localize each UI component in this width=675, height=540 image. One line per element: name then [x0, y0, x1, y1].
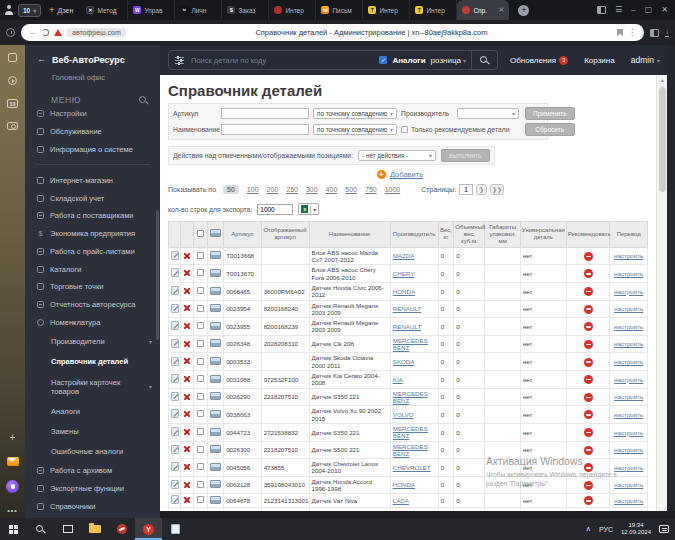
browser-tab[interactable]: Управ	[128, 0, 175, 20]
delete-icon[interactable]	[183, 322, 191, 330]
apply-button[interactable]: Применить	[525, 107, 575, 120]
sidebar-item[interactable]: Интернет-магазин	[25, 171, 160, 189]
edit-icon[interactable]	[171, 462, 179, 471]
manufacturer-link[interactable]: CHEVROLET	[393, 464, 431, 471]
sidebar-item[interactable]: Ошибочные аналоги	[25, 442, 160, 462]
not-recommended-icon[interactable]	[584, 393, 593, 402]
photo-icon[interactable]	[210, 480, 221, 488]
browser-tab[interactable]: Письм	[316, 0, 363, 20]
translation-configure-link[interactable]: настроить	[614, 446, 643, 453]
page-size-option[interactable]: 500	[345, 186, 357, 193]
translation-configure-link[interactable]: настроить	[614, 481, 643, 488]
file-explorer-button[interactable]	[81, 518, 108, 540]
page-size-option[interactable]: 50	[223, 185, 239, 194]
add-plus-icon[interactable]	[377, 170, 386, 179]
row-checkbox[interactable]	[197, 393, 204, 400]
task-view-button[interactable]	[54, 518, 81, 540]
sidebar-item[interactable]: Аналоги	[25, 401, 160, 421]
app-red-button[interactable]	[108, 518, 135, 540]
manufacturer-link[interactable]: KIA	[393, 376, 403, 383]
user-menu[interactable]: admin	[631, 55, 660, 65]
column-header-dimensions[interactable]: Габариты упаковки, мм	[485, 222, 520, 248]
column-header-sku[interactable]: Артикул	[224, 222, 261, 248]
taskbar-search-button[interactable]	[27, 518, 54, 540]
manufacturer-link[interactable]: MERCEDES BENZ	[393, 337, 428, 351]
delete-icon[interactable]	[183, 357, 191, 365]
edit-icon[interactable]	[171, 304, 179, 313]
translation-configure-link[interactable]: настроить	[614, 376, 643, 383]
delete-icon[interactable]	[183, 428, 191, 436]
only-recommended-checkbox[interactable]	[401, 126, 408, 133]
analogs-mode-select[interactable]: розница	[431, 56, 466, 65]
manufacturer-link[interactable]: HONDA	[393, 288, 415, 295]
not-recommended-icon[interactable]	[584, 287, 593, 296]
page-number-input[interactable]	[459, 184, 473, 195]
row-checkbox[interactable]	[197, 428, 204, 435]
screenshot-icon[interactable]	[7, 122, 18, 130]
translation-configure-link[interactable]: настроить	[614, 252, 643, 259]
tab-counter[interactable]: 10	[18, 4, 41, 17]
name-match-select[interactable]: по точному совпадению	[313, 124, 397, 135]
edit-icon[interactable]	[171, 321, 179, 330]
column-header-vol_weight[interactable]: Объемный вес, куб.м.	[454, 222, 485, 248]
browser-tab[interactable]: Интер	[410, 0, 457, 20]
photo-icon[interactable]	[210, 463, 221, 471]
bulk-action-select[interactable]: - нет действия -	[358, 150, 436, 161]
sidebar-back-icon[interactable]: ←	[37, 55, 46, 64]
kebab-menu-icon[interactable]: ⋮	[628, 28, 636, 37]
office-name[interactable]: Головной офис	[52, 73, 125, 82]
add-link[interactable]: Добавить	[390, 170, 423, 179]
maximize-button[interactable]: ▢	[645, 6, 653, 14]
mail-icon[interactable]	[7, 457, 19, 466]
browser-tab[interactable]: Метод	[81, 0, 128, 20]
sidebar-item[interactable]: Обслуживание	[25, 123, 160, 141]
delete-icon[interactable]	[183, 392, 191, 400]
last-page-button[interactable]: ❯❯	[490, 184, 504, 195]
manufacturer-link[interactable]: LADA	[393, 497, 409, 504]
photo-icon[interactable]	[210, 287, 221, 295]
sidebar-search-icon[interactable]	[139, 96, 148, 105]
manufacturer-select[interactable]	[457, 108, 519, 119]
analogs-checkbox[interactable]	[379, 56, 387, 64]
row-checkbox[interactable]	[197, 375, 204, 382]
row-checkbox[interactable]	[197, 322, 204, 329]
row-checkbox[interactable]	[197, 496, 204, 503]
translation-configure-link[interactable]: настроить	[614, 393, 643, 400]
manufacturer-link[interactable]: RENAULT	[393, 323, 421, 330]
edit-icon[interactable]	[171, 286, 179, 295]
panels-icon[interactable]	[597, 6, 606, 14]
edit-icon[interactable]	[171, 268, 179, 277]
column-header-display_sku[interactable]: Отображаемый артикул	[261, 222, 309, 248]
language-indicator[interactable]: РУС	[599, 526, 613, 533]
sidebar-item[interactable]: Настройки	[25, 105, 160, 123]
translation-configure-link[interactable]: настроить	[614, 288, 643, 295]
sidebar-item[interactable]: Торговые точки	[25, 278, 160, 296]
notes-icon[interactable]	[8, 53, 17, 62]
sidebar-item[interactable]: Производители	[25, 331, 160, 351]
sidebar-item[interactable]: Экономика предприятия	[25, 225, 160, 243]
row-checkbox[interactable]	[197, 481, 204, 488]
article-match-select[interactable]: по точному совпадению	[313, 108, 397, 119]
sidebar-item[interactable]: Каталоги	[25, 260, 160, 278]
minimize-button[interactable]: –	[631, 6, 635, 14]
not-recommended-icon[interactable]	[584, 340, 593, 349]
history-icon[interactable]	[6, 28, 15, 37]
part-search-input[interactable]	[189, 55, 374, 66]
scrollbar-thumb[interactable]	[659, 87, 666, 192]
not-recommended-icon[interactable]	[584, 446, 593, 455]
row-checkbox[interactable]	[197, 269, 204, 276]
sidebar-item[interactable]: Справочники	[25, 497, 160, 515]
column-header-universal[interactable]: Универсальная деталь	[520, 222, 566, 248]
execute-button[interactable]: выполнить	[441, 149, 490, 162]
page-size-option[interactable]: 200	[267, 186, 279, 193]
tabs-panel-icon[interactable]: 10	[7, 99, 18, 108]
article-input[interactable]	[221, 108, 309, 119]
manufacturer-link[interactable]: RENAULT	[393, 305, 421, 312]
sidebar-item[interactable]: Настройки карточек товаров	[25, 372, 160, 401]
next-page-button[interactable]: ❯	[476, 184, 487, 195]
new-tab-button[interactable]: +	[518, 5, 529, 16]
translation-configure-link[interactable]: настроить	[614, 411, 643, 418]
row-checkbox[interactable]	[197, 358, 204, 365]
not-recommended-icon[interactable]	[584, 463, 593, 472]
sidebar-item[interactable]: Работа с архивом	[25, 462, 160, 480]
